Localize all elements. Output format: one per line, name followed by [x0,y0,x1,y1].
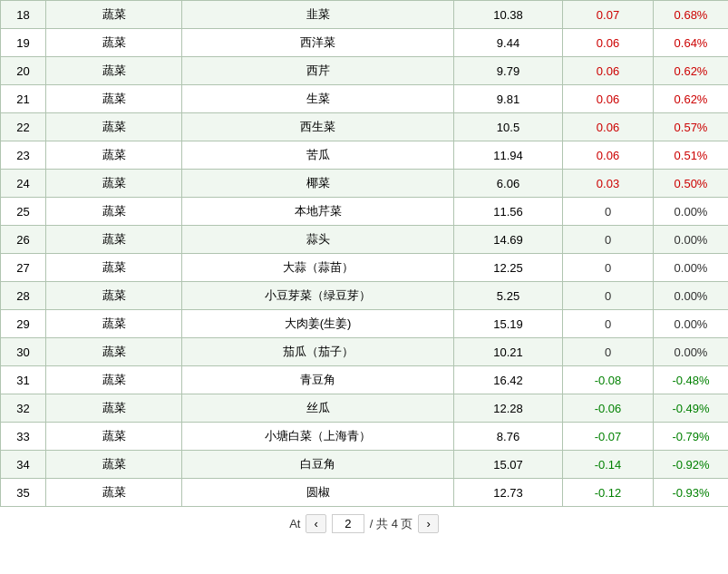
cell-name: 大蒜（蒜苗） [182,254,454,282]
cell-change: 0.07 [563,1,654,29]
cell-pct: 0.62% [654,57,729,85]
table-row: 23 蔬菜 苦瓜 11.94 0.06 0.51% [1,141,729,170]
cell-change: 0.06 [563,57,654,85]
cell-cat: 蔬菜 [46,451,182,479]
cell-num: 33 [1,423,46,451]
cell-num: 24 [1,170,46,198]
table-row: 30 蔬菜 茄瓜（茄子） 10.21 0 0.00% [1,338,729,366]
cell-price: 8.76 [454,423,563,451]
cell-name: 苦瓜 [182,141,454,170]
cell-price: 9.79 [454,57,563,85]
cell-change: 0.06 [563,113,654,141]
table-row: 25 蔬菜 本地芹菜 11.56 0 0.00% [1,198,729,226]
cell-pct: 0.51% [654,141,729,170]
table-row: 24 蔬菜 椰菜 6.06 0.03 0.50% [1,170,729,198]
cell-change: 0 [563,198,654,226]
cell-pct: 0.00% [654,198,729,226]
cell-name: 韭菜 [182,1,454,29]
cell-pct: -0.79% [654,423,729,451]
at-label: At [289,517,300,530]
cell-num: 28 [1,282,46,310]
cell-pct: 0.00% [654,254,729,282]
table-row: 22 蔬菜 西生菜 10.5 0.06 0.57% [1,113,729,141]
table-row: 21 蔬菜 生菜 9.81 0.06 0.62% [1,85,729,113]
cell-num: 22 [1,113,46,141]
cell-cat: 蔬菜 [46,254,182,282]
prev-page-button[interactable]: ‹ [306,514,325,533]
cell-price: 9.81 [454,85,563,113]
cell-price: 10.5 [454,113,563,141]
cell-cat: 蔬菜 [46,141,182,170]
cell-price: 14.69 [454,226,563,254]
cell-change: 0 [563,338,654,366]
cell-change: 0.06 [563,141,654,170]
cell-cat: 蔬菜 [46,338,182,366]
cell-pct: 0.68% [654,1,729,29]
cell-cat: 蔬菜 [46,29,182,57]
cell-change: 0 [563,310,654,338]
cell-pct: -0.48% [654,366,729,394]
table-row: 28 蔬菜 小豆芽菜（绿豆芽） 5.25 0 0.00% [1,282,729,310]
cell-pct: 0.62% [654,85,729,113]
table-row: 26 蔬菜 蒜头 14.69 0 0.00% [1,226,729,254]
cell-name: 丝瓜 [182,394,454,423]
cell-pct: 0.00% [654,310,729,338]
cell-num: 32 [1,394,46,423]
cell-price: 12.25 [454,254,563,282]
cell-pct: 0.64% [654,29,729,57]
cell-name: 小塘白菜（上海青） [182,423,454,451]
cell-price: 15.19 [454,310,563,338]
cell-change: -0.06 [563,394,654,423]
cell-cat: 蔬菜 [46,1,182,29]
table-row: 29 蔬菜 大肉姜(生姜) 15.19 0 0.00% [1,310,729,338]
cell-pct: -0.49% [654,394,729,423]
cell-pct: -0.93% [654,479,729,507]
cell-pct: 0.00% [654,282,729,310]
cell-cat: 蔬菜 [46,85,182,113]
cell-name: 西洋菜 [182,29,454,57]
cell-name: 大肉姜(生姜) [182,310,454,338]
cell-cat: 蔬菜 [46,57,182,85]
cell-cat: 蔬菜 [46,282,182,310]
cell-change: -0.12 [563,479,654,507]
cell-name: 生菜 [182,85,454,113]
cell-num: 30 [1,338,46,366]
cell-name: 蒜头 [182,226,454,254]
cell-pct: -0.92% [654,451,729,479]
cell-num: 21 [1,85,46,113]
data-table: 18 蔬菜 韭菜 10.38 0.07 0.68% 19 蔬菜 西洋菜 9.44… [0,0,728,507]
table-row: 34 蔬菜 白豆角 15.07 -0.14 -0.92% [1,451,729,479]
cell-pct: 0.57% [654,113,729,141]
cell-num: 20 [1,57,46,85]
cell-cat: 蔬菜 [46,198,182,226]
cell-cat: 蔬菜 [46,394,182,423]
cell-price: 11.94 [454,141,563,170]
cell-num: 35 [1,479,46,507]
cell-name: 圆椒 [182,479,454,507]
cell-pct: 0.00% [654,338,729,366]
cell-cat: 蔬菜 [46,226,182,254]
cell-pct: 0.00% [654,226,729,254]
cell-change: 0 [563,282,654,310]
cell-name: 茄瓜（茄子） [182,338,454,366]
cell-price: 16.42 [454,366,563,394]
cell-change: 0 [563,254,654,282]
cell-price: 15.07 [454,451,563,479]
cell-change: -0.14 [563,451,654,479]
table-row: 32 蔬菜 丝瓜 12.28 -0.06 -0.49% [1,394,729,423]
page-input[interactable] [332,514,364,533]
cell-change: 0.06 [563,29,654,57]
cell-cat: 蔬菜 [46,479,182,507]
cell-change: -0.07 [563,423,654,451]
cell-change: 0.06 [563,85,654,113]
cell-name: 青豆角 [182,366,454,394]
cell-num: 34 [1,451,46,479]
table-row: 33 蔬菜 小塘白菜（上海青） 8.76 -0.07 -0.79% [1,423,729,451]
next-page-button[interactable]: › [418,514,438,533]
table-row: 31 蔬菜 青豆角 16.42 -0.08 -0.48% [1,366,729,394]
cell-cat: 蔬菜 [46,366,182,394]
cell-price: 10.38 [454,1,563,29]
cell-name: 白豆角 [182,451,454,479]
cell-price: 10.21 [454,338,563,366]
table-row: 18 蔬菜 韭菜 10.38 0.07 0.68% [1,1,729,29]
